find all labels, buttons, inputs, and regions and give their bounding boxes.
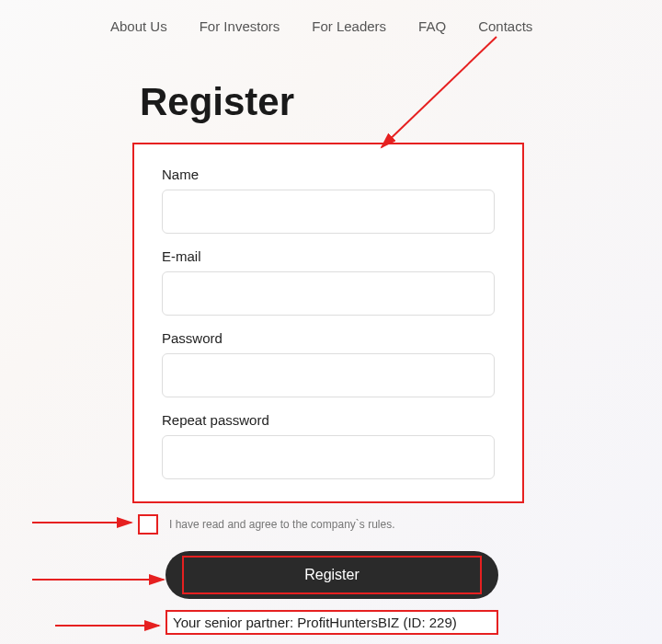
nav-contacts[interactable]: Contacts	[478, 18, 532, 34]
agree-row: I have read and agree to the company`s r…	[138, 514, 662, 535]
repeat-password-input[interactable]	[162, 435, 495, 479]
nav-for-leaders[interactable]: For Leaders	[312, 18, 386, 34]
agree-checkbox[interactable]	[138, 514, 158, 535]
email-input[interactable]	[162, 271, 495, 316]
name-input[interactable]	[162, 190, 495, 234]
register-button-container: Register	[166, 551, 498, 599]
arrow-to-partner	[55, 618, 170, 635]
repeat-password-label: Repeat password	[162, 412, 495, 428]
password-label: Password	[162, 330, 495, 346]
agree-label: I have read and agree to the company`s r…	[169, 518, 394, 531]
top-nav: About Us For Investors For Leaders FAQ C…	[0, 0, 662, 34]
password-input[interactable]	[162, 353, 495, 397]
page-title: Register	[140, 80, 662, 124]
arrow-to-checkbox	[32, 513, 143, 532]
name-label: Name	[162, 167, 495, 182]
arrow-to-register-button	[32, 570, 175, 589]
nav-about-us[interactable]: About Us	[110, 18, 167, 34]
nav-for-investors[interactable]: For Investors	[200, 18, 280, 34]
email-label: E-mail	[162, 248, 495, 264]
nav-faq[interactable]: FAQ	[418, 18, 446, 34]
partner-info: Your senior partner: ProfitHuntersBIZ (I…	[166, 610, 498, 635]
register-button[interactable]: Register	[166, 551, 498, 599]
register-form: Name E-mail Password Repeat password	[132, 143, 524, 503]
